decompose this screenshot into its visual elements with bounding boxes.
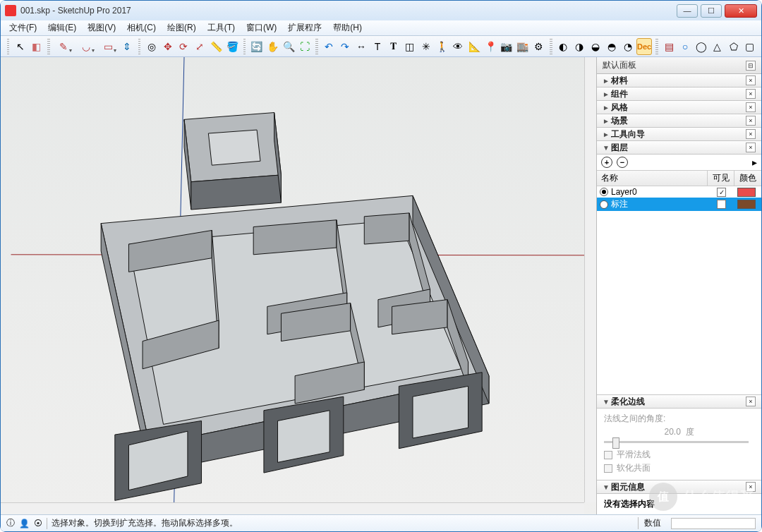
- 3dtext-tool[interactable]: 𝐓: [386, 38, 401, 55]
- solid-split-tool[interactable]: ◔: [620, 38, 635, 55]
- zoom-ext-tool[interactable]: ⛶: [298, 38, 313, 55]
- select-tool[interactable]: ↖: [13, 38, 28, 55]
- panel-close-icon[interactable]: ×: [746, 129, 756, 139]
- 3dwh-tool[interactable]: 🏬: [515, 38, 530, 55]
- panel-close-icon[interactable]: ×: [746, 482, 756, 492]
- dec-tool[interactable]: Dec: [636, 38, 652, 55]
- viewport-3d[interactable]: [1, 57, 597, 514]
- toolbar-grip[interactable]: [7, 39, 9, 54]
- maximize-button[interactable]: ☐: [701, 4, 722, 18]
- menu-item[interactable]: 工具(T): [203, 20, 239, 35]
- poly-tool[interactable]: ⬠: [726, 38, 741, 55]
- panel-close-icon[interactable]: ×: [746, 116, 756, 126]
- brick-tool[interactable]: ▤: [662, 38, 677, 55]
- layer-color-swatch[interactable]: [737, 188, 756, 197]
- layer-active-radio[interactable]: [600, 200, 608, 209]
- menu-item[interactable]: 绘图(R): [163, 20, 200, 35]
- ext-wh-tool[interactable]: ⚙: [531, 38, 546, 55]
- menu-item[interactable]: 扩展程序: [284, 20, 326, 35]
- section-tool[interactable]: ◫: [402, 38, 417, 55]
- layer-row[interactable]: Layer0: [597, 186, 761, 198]
- coplanar-checkbox[interactable]: [604, 464, 612, 473]
- scrollbar-horizontal[interactable]: [1, 502, 584, 514]
- panel-close-icon[interactable]: ×: [746, 75, 756, 85]
- menu-item[interactable]: 文件(F): [5, 20, 41, 35]
- photo-tool[interactable]: 📷: [500, 38, 514, 55]
- rect-tool[interactable]: ▭: [98, 38, 119, 55]
- cone-tool[interactable]: △: [710, 38, 725, 55]
- dimension-tool[interactable]: ↔: [354, 38, 369, 55]
- panel-header-2[interactable]: ►风格×: [597, 101, 761, 114]
- pencil-tool[interactable]: ✎: [54, 38, 74, 55]
- solid-int-tool[interactable]: ◒: [588, 38, 603, 55]
- layer-color-swatch[interactable]: [737, 200, 756, 209]
- paint-tool[interactable]: 🪣: [225, 38, 240, 55]
- expand-icon: ▼: [603, 144, 611, 152]
- move-tool[interactable]: ✥: [160, 38, 175, 55]
- solid-union-tool[interactable]: ◐: [556, 38, 571, 55]
- panel-close-icon[interactable]: ×: [746, 397, 756, 406]
- soften-angle-slider[interactable]: [604, 441, 749, 443]
- pushpull-tool[interactable]: ⇕: [120, 38, 135, 55]
- tray-header[interactable]: 默认面板 ⊟: [597, 57, 761, 74]
- cyl-tool[interactable]: ◯: [694, 38, 708, 55]
- minimize-button[interactable]: —: [677, 4, 698, 18]
- rotate-tool[interactable]: ⟳: [176, 38, 191, 55]
- zoom-tool[interactable]: 🔍: [282, 38, 296, 55]
- tray-pin-icon[interactable]: ⊟: [746, 61, 756, 71]
- text-tool[interactable]: T: [370, 38, 385, 55]
- col-visible[interactable]: 可见: [708, 171, 734, 186]
- cube-tool[interactable]: ▢: [742, 38, 757, 55]
- user-icon[interactable]: 👤: [19, 519, 30, 528]
- tape-tool[interactable]: 📏: [209, 38, 224, 55]
- add-loc-tool[interactable]: 📍: [483, 38, 498, 55]
- menu-item[interactable]: 窗口(W): [242, 20, 281, 35]
- layer-menu-icon[interactable]: ▸: [752, 157, 757, 168]
- layer-visible-checkbox[interactable]: [717, 200, 726, 209]
- panel-header-3[interactable]: ►场景×: [597, 114, 761, 128]
- menu-item[interactable]: 编辑(E): [44, 20, 80, 35]
- redo-tool[interactable]: ↷: [338, 38, 353, 55]
- axes-tool[interactable]: ✳: [418, 38, 433, 55]
- panel-close-icon[interactable]: ×: [746, 89, 756, 99]
- measurement-input[interactable]: [671, 518, 756, 529]
- undo-tool[interactable]: ↶: [322, 38, 337, 55]
- pan-tool[interactable]: ✋: [265, 38, 280, 55]
- panel-header-4[interactable]: ►工具向导×: [597, 128, 761, 141]
- layer-row[interactable]: 标注: [597, 198, 761, 211]
- panel-header-1[interactable]: ►组件×: [597, 87, 761, 101]
- layer-active-radio[interactable]: [600, 188, 608, 196]
- panel-header-0[interactable]: ►材料×: [597, 74, 761, 87]
- offset-tool[interactable]: ◎: [144, 38, 159, 55]
- layer-visible-checkbox[interactable]: [717, 188, 726, 197]
- arc-tool[interactable]: ◡: [75, 38, 96, 55]
- add-layer-button[interactable]: +: [601, 157, 612, 168]
- walk-tool[interactable]: 🚶: [435, 38, 449, 55]
- eraser-tool[interactable]: ◧: [29, 38, 44, 55]
- geo-icon[interactable]: ⦿: [34, 519, 42, 528]
- smooth-checkbox[interactable]: [604, 451, 612, 459]
- panel-close-icon[interactable]: ×: [746, 102, 756, 112]
- panel-header-5[interactable]: ▼图层×: [597, 141, 761, 155]
- col-color[interactable]: 颜色: [734, 171, 761, 186]
- col-name[interactable]: 名称: [597, 171, 708, 186]
- solid-sub-tool[interactable]: ◑: [572, 38, 586, 55]
- position-tool[interactable]: 📐: [467, 38, 482, 55]
- remove-layer-button[interactable]: −: [617, 157, 628, 168]
- circle-tool[interactable]: ○: [677, 38, 692, 55]
- scrollbar-vertical[interactable]: [584, 57, 596, 502]
- menu-item[interactable]: 相机(C): [123, 20, 160, 35]
- menu-item[interactable]: 帮助(H): [329, 20, 366, 35]
- panel-header-6[interactable]: ▼柔化边线×: [597, 395, 761, 409]
- titlebar[interactable]: 001.skp - SketchUp Pro 2017 — ☐ ✕: [1, 1, 761, 20]
- solid-trim-tool[interactable]: ◓: [604, 38, 619, 55]
- model-canvas[interactable]: [1, 57, 596, 514]
- panel-close-icon[interactable]: ×: [746, 143, 756, 152]
- menu-item[interactable]: 视图(V): [83, 20, 120, 35]
- help-icon[interactable]: ⓘ: [6, 517, 15, 529]
- orbit-tool[interactable]: 🔄: [249, 38, 264, 55]
- panel-header-7[interactable]: ▼图元信息×: [597, 480, 761, 494]
- look-tool[interactable]: 👁: [451, 38, 466, 55]
- close-button[interactable]: ✕: [725, 4, 757, 18]
- scale-tool[interactable]: ⤢: [193, 38, 207, 55]
